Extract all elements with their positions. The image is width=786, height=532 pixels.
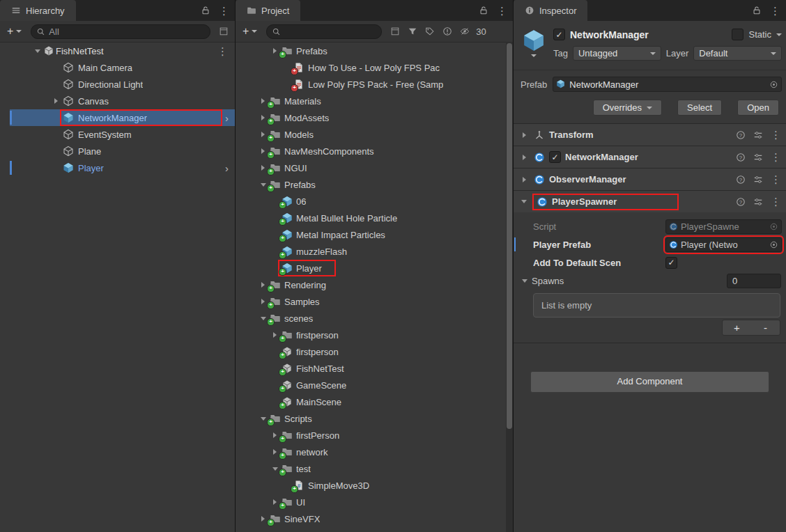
foldout-arrow[interactable]	[259, 317, 268, 320]
foldout-arrow[interactable]	[270, 467, 279, 471]
foldout-arrow[interactable]	[259, 98, 268, 104]
help-icon[interactable]	[736, 175, 746, 185]
project-row[interactable]: Models	[236, 126, 513, 143]
search-window-icon[interactable]	[387, 26, 403, 36]
foldout-arrow[interactable]	[270, 432, 279, 438]
presets-icon[interactable]	[753, 152, 763, 162]
project-row[interactable]: GameScene	[236, 377, 513, 393]
create-button[interactable]: +	[239, 24, 261, 38]
foldout-arrow[interactable]	[270, 48, 279, 54]
hierarchy-search-input[interactable]: All	[31, 24, 210, 39]
foldout-arrow[interactable]	[259, 148, 268, 154]
project-row[interactable]: Samples	[236, 293, 513, 310]
project-row[interactable]: firstPerson	[236, 427, 513, 444]
project-row[interactable]: Prefabs	[236, 176, 513, 193]
hierarchy-row[interactable]: Directional Light	[0, 76, 235, 93]
create-button[interactable]: +	[3, 24, 25, 38]
object-picker-icon[interactable]	[769, 222, 778, 231]
foldout-arrow[interactable]	[259, 282, 268, 288]
static-checkbox[interactable]	[732, 29, 743, 40]
project-row[interactable]: 06	[236, 193, 513, 210]
object-picker-icon[interactable]	[769, 240, 778, 249]
spawns-size-field[interactable]: 0	[727, 274, 781, 288]
project-row[interactable]: FishNetTest	[236, 360, 513, 377]
search-by-type-icon[interactable]	[405, 26, 420, 36]
tab-project[interactable]: Project	[236, 0, 300, 21]
gameobject-active-checkbox[interactable]	[553, 29, 565, 40]
scene-more-options-icon[interactable]: ⋮	[217, 46, 235, 56]
component-enabled-checkbox[interactable]	[549, 151, 561, 163]
project-scrollbar[interactable]	[506, 42, 513, 532]
foldout-arrow[interactable]	[259, 183, 268, 187]
object-picker-icon[interactable]	[769, 80, 778, 89]
project-row[interactable]: muzzleFlash	[236, 243, 513, 260]
hierarchy-row[interactable]: Main Camera	[0, 59, 235, 76]
foldout-arrow[interactable]	[522, 279, 527, 283]
project-search-input[interactable]	[266, 24, 382, 39]
foldout-arrow[interactable]	[518, 177, 530, 182]
foldout-arrow[interactable]	[270, 332, 279, 338]
add-component-button[interactable]: Add Component	[530, 371, 769, 393]
project-row[interactable]: Metal Bullet Hole Particle	[236, 210, 513, 226]
help-icon[interactable]	[736, 152, 746, 162]
project-row[interactable]: network	[236, 444, 513, 460]
add-to-default-checkbox[interactable]	[665, 257, 677, 269]
project-row[interactable]: firstperson	[236, 327, 513, 343]
foldout-arrow[interactable]	[259, 516, 268, 522]
component-header-networkmanager[interactable]: NetworkManager ⋮	[514, 146, 786, 168]
scrollbar-thumb[interactable]	[507, 43, 512, 429]
foldout-arrow[interactable]	[518, 155, 530, 160]
hierarchy-row[interactable]: Plane	[0, 143, 235, 159]
list-add-button[interactable]: +	[723, 322, 751, 333]
project-row[interactable]: NGUI	[236, 159, 513, 176]
hierarchy-scene-row[interactable]: FishNetTest ⋮	[0, 42, 235, 59]
help-icon[interactable]	[736, 197, 746, 207]
hierarchy-row[interactable]: Canvas	[0, 93, 235, 109]
project-row[interactable]: MainScene	[236, 393, 513, 410]
foldout-arrow[interactable]	[259, 299, 268, 304]
component-header-playerspawner[interactable]: PlayerSpawner ⋮	[514, 190, 786, 212]
more-options-icon[interactable]: ⋮	[771, 196, 781, 207]
project-row[interactable]: Materials	[236, 93, 513, 109]
foldout-arrow[interactable]	[32, 49, 43, 53]
prefab-open-chevron[interactable]: ›	[225, 162, 235, 174]
project-row[interactable]: Rendering	[236, 276, 513, 293]
alert-icon[interactable]	[440, 26, 455, 36]
lock-icon[interactable]	[479, 6, 488, 15]
tab-hierarchy[interactable]: Hierarchy	[0, 0, 76, 21]
foldout-arrow[interactable]	[518, 200, 530, 203]
foldout-arrow[interactable]	[259, 115, 268, 120]
foldout-arrow[interactable]	[270, 499, 279, 505]
project-row[interactable]: NavMeshComponents	[236, 143, 513, 159]
presets-icon[interactable]	[753, 130, 763, 140]
project-row[interactable]: ModAssets	[236, 109, 513, 126]
project-row[interactable]: Metal Impact Particles	[236, 226, 513, 243]
hierarchy-row[interactable]: EventSystem	[0, 126, 235, 143]
project-row[interactable]: Scripts	[236, 410, 513, 427]
tab-inspector[interactable]: Inspector	[514, 0, 587, 21]
layer-dropdown[interactable]: Default	[693, 46, 782, 61]
static-flags-chevron-icon[interactable]	[776, 33, 782, 36]
presets-icon[interactable]	[753, 175, 763, 185]
tag-dropdown[interactable]: Untagged	[573, 46, 661, 61]
more-options-icon[interactable]: ⋮	[771, 152, 781, 162]
spawns-foldout-row[interactable]: Spawns 0	[514, 272, 786, 290]
project-row[interactable]: UI	[236, 494, 513, 510]
hidden-visibility-icon[interactable]	[457, 26, 472, 36]
project-row[interactable]: Prefabs	[236, 42, 513, 59]
help-icon[interactable]	[736, 130, 746, 140]
lock-icon[interactable]	[752, 6, 762, 15]
more-options-icon[interactable]: ⋮	[771, 174, 781, 185]
project-row[interactable]: SineVFX	[236, 510, 513, 527]
presets-icon[interactable]	[753, 197, 763, 207]
foldout-arrow[interactable]	[270, 449, 279, 455]
hierarchy-row[interactable]: NetworkManager ›	[0, 109, 235, 126]
gameobject-icon[interactable]	[522, 29, 546, 52]
project-row[interactable]: Player	[236, 260, 513, 276]
component-header-transform[interactable]: Transform ⋮	[514, 124, 786, 146]
project-row[interactable]: test	[236, 460, 513, 477]
more-options-icon[interactable]: ⋮	[770, 6, 780, 16]
foldout-arrow[interactable]	[50, 98, 61, 104]
icon-picker-chevron-icon[interactable]	[531, 54, 537, 57]
more-options-icon[interactable]: ⋮	[771, 130, 781, 140]
